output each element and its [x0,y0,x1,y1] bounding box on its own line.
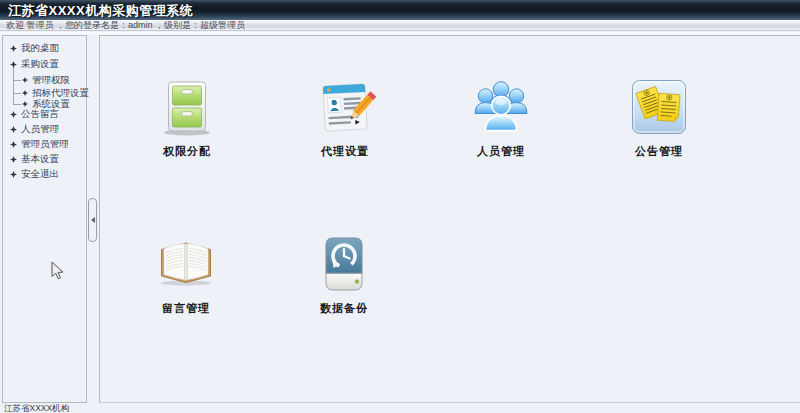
diamond-bullet-icon [10,141,17,148]
shortcut-label: 数据备份 [281,301,407,316]
document-edit-icon [313,75,377,139]
file-cabinet-icon [155,75,219,139]
sticky-notes-icon [627,75,691,139]
diamond-bullet-icon [22,90,28,96]
shortcut-agent-settings[interactable]: 代理设置 [282,75,408,159]
sidebar-item-announcement-messages[interactable]: 公告留言 [10,108,59,120]
sidebar-item-label: 管理员管理 [21,138,69,150]
diamond-bullet-icon [10,111,17,118]
page-title: 江苏省XXXX机构采购管理系统 [8,2,193,20]
tree-connector-line [13,66,14,104]
diamond-bullet-icon [10,156,17,163]
status-text: 江苏省XXXX机构 [4,403,69,413]
sidebar-item-admin-management[interactable]: 管理员管理 [10,138,69,150]
welcome-text: 欢迎 管理员 ，您的登录名是：admin ，级别是：超级管理员 [6,20,245,30]
diamond-bullet-icon [10,171,17,178]
shortcut-label: 公告管理 [596,144,722,159]
backup-drive-icon [312,232,376,296]
shortcut-label: 权限分配 [124,144,250,159]
sidebar-item-personnel-management[interactable]: 人员管理 [10,123,59,135]
sidebar-item-manage-permissions[interactable]: 管理权限 [22,74,70,86]
shortcut-announcement-management[interactable]: 公告管理 [596,75,722,159]
sidebar-item-label: 管理权限 [32,74,70,86]
main-content: 权限分配 [99,35,800,403]
tree-connector-line [13,80,21,81]
shortcut-data-backup[interactable]: 数据备份 [281,232,407,316]
sidebar-item-label: 基本设置 [21,153,59,165]
shortcut-personnel-management[interactable]: 人员管理 [438,75,564,159]
shortcut-message-management[interactable]: 留言管理 [123,232,249,316]
sidebar-item-label: 采购设置 [21,58,59,70]
diamond-bullet-icon [10,126,17,133]
collapse-arrow-icon [91,217,95,223]
tree-connector-line [13,104,21,105]
sidebar-item-my-desktop[interactable]: 我的桌面 [10,42,59,54]
sidebar-collapse-handle[interactable] [88,198,97,242]
sidebar-item-safe-exit[interactable]: 安全退出 [10,168,59,180]
shortcut-label: 代理设置 [282,144,408,159]
sidebar-item-procurement-settings[interactable]: 采购设置 [10,58,59,70]
sidebar-item-label: 公告留言 [21,108,59,120]
app-window: 江苏省XXXX机构采购管理系统 欢迎 管理员 ，您的登录名是：admin ，级别… [0,0,800,413]
diamond-bullet-icon [22,101,28,107]
shortcut-label: 留言管理 [123,301,249,316]
shortcut-label: 人员管理 [438,144,564,159]
welcome-bar: 欢迎 管理员 ，您的登录名是：admin ，级别是：超级管理员 [0,20,800,31]
sidebar-item-label: 安全退出 [21,168,59,180]
sidebar: 我的桌面 采购设置 管理权限 招标代理设置 系统设置 公告留言 人员管理 管理 [2,35,87,403]
sidebar-item-basic-settings[interactable]: 基本设置 [10,153,59,165]
people-group-icon [469,75,533,139]
shortcut-permission-assignment[interactable]: 权限分配 [124,75,250,159]
tree-connector-line [13,93,21,94]
sidebar-item-label: 人员管理 [21,123,59,135]
diamond-bullet-icon [10,45,17,52]
status-bar: 江苏省XXXX机构 [0,403,800,413]
open-book-icon [154,232,218,296]
diamond-bullet-icon [10,61,17,68]
title-bar: 江苏省XXXX机构采购管理系统 [0,0,800,20]
sidebar-item-label: 我的桌面 [21,42,59,54]
diamond-bullet-icon [22,77,28,83]
